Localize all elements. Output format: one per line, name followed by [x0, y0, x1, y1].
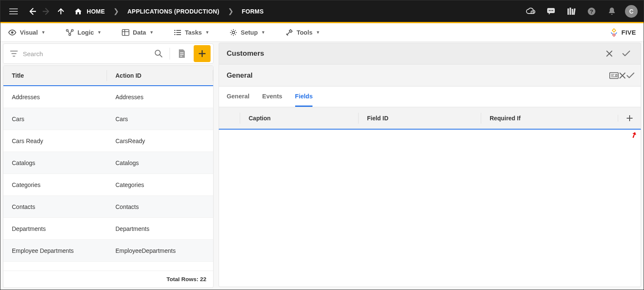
- menu-tools[interactable]: Tools▼: [285, 29, 320, 36]
- cell-action-id: Addresses: [107, 94, 213, 100]
- menu-logic[interactable]: Logic▼: [66, 29, 101, 36]
- form-preview-icon[interactable]: [609, 71, 619, 80]
- menu-data[interactable]: Data▼: [122, 29, 153, 36]
- footer-count: 22: [200, 276, 206, 282]
- menu-visual[interactable]: Visual▼: [8, 29, 45, 36]
- column-caption[interactable]: Caption: [240, 113, 359, 124]
- table-row[interactable]: ContactsContacts: [3, 196, 213, 218]
- menu-label: Visual: [20, 29, 38, 36]
- menu-label: Setup: [241, 29, 258, 36]
- avatar-initial: C: [629, 8, 633, 15]
- five-logo-icon: [609, 28, 619, 37]
- chevron-down-icon: ▼: [41, 30, 45, 35]
- table-row[interactable]: CategoriesCategories: [3, 174, 213, 196]
- column-field-id[interactable]: Field ID: [359, 113, 481, 124]
- svg-point-3: [551, 10, 551, 11]
- svg-point-17: [155, 50, 160, 55]
- detail-header-title: Customers: [227, 49, 601, 58]
- tab-general[interactable]: General: [227, 87, 249, 107]
- svg-point-4: [552, 10, 553, 11]
- hamburger-menu-icon[interactable]: [6, 4, 21, 19]
- add-field-button[interactable]: ➚: [618, 115, 641, 122]
- close-header-icon[interactable]: [601, 45, 618, 62]
- cell-action-id: EmployeeDepartments: [107, 247, 213, 254]
- tab-events[interactable]: Events: [262, 87, 282, 107]
- menu-setup[interactable]: Setup▼: [230, 29, 265, 36]
- breadcrumb-home[interactable]: HOME: [71, 8, 109, 15]
- breadcrumb-forms[interactable]: FORMS: [238, 8, 268, 15]
- table-row[interactable]: CarsCars: [3, 108, 213, 130]
- grid-footer: Total Rows: 22: [3, 271, 213, 287]
- table-row[interactable]: AddressesAddresses: [3, 86, 213, 108]
- svg-point-14: [69, 33, 71, 35]
- nav-up-icon[interactable]: [54, 4, 68, 19]
- close-sub-icon[interactable]: [619, 72, 626, 79]
- confirm-header-icon[interactable]: [618, 45, 635, 62]
- nav-back-icon[interactable]: [25, 4, 39, 19]
- confirm-sub-icon[interactable]: [626, 72, 635, 79]
- menu-label: Tasks: [185, 29, 202, 36]
- gear-icon: [230, 29, 237, 36]
- brand-logo: FIVE: [609, 28, 636, 37]
- logic-icon: [66, 29, 74, 36]
- cell-title: Categories: [3, 182, 107, 188]
- cell-action-id: CarsReady: [107, 138, 213, 144]
- svg-point-2: [549, 10, 550, 11]
- column-title[interactable]: Title: [3, 70, 107, 81]
- svg-text:?: ?: [590, 8, 593, 15]
- eye-icon: [8, 30, 16, 35]
- table-row[interactable]: CatalogsCatalogs: [3, 152, 213, 174]
- tools-icon: [285, 29, 293, 36]
- breadcrumb-applications[interactable]: APPLICATIONS (PRODUCTION): [123, 8, 224, 15]
- left-grid-header: Title Action ID: [3, 66, 213, 86]
- fields-grid-header: Caption Field ID Required If ➚: [219, 107, 641, 130]
- tab-fields[interactable]: Fields: [295, 87, 313, 107]
- cell-action-id: Departments: [107, 225, 213, 232]
- cell-action-id: Catalogs: [107, 160, 213, 166]
- help-icon[interactable]: ?: [584, 4, 599, 19]
- breadcrumb-label: FORMS: [242, 8, 264, 15]
- cell-action-id: Contacts: [107, 203, 213, 210]
- svg-rect-8: [573, 8, 575, 14]
- svg-rect-15: [122, 30, 129, 35]
- chevron-right-icon: ❯: [111, 7, 121, 15]
- menu-label: Tools: [296, 29, 312, 36]
- library-icon[interactable]: [564, 4, 578, 19]
- svg-rect-5: [567, 8, 569, 15]
- svg-point-11: [11, 31, 14, 34]
- cell-title: Contacts: [3, 203, 107, 210]
- cloud-sync-icon[interactable]: [523, 4, 538, 19]
- cell-title: Cars Ready: [3, 138, 107, 144]
- add-button[interactable]: [194, 45, 211, 62]
- column-required-if[interactable]: Required If: [481, 113, 618, 124]
- detail-sub-title: General: [227, 71, 609, 79]
- document-button[interactable]: [173, 45, 190, 62]
- nav-forward-icon: [39, 4, 54, 19]
- brand-text: FIVE: [621, 29, 636, 36]
- table-row[interactable]: Employee DepartmentsEmployeeDepartments: [3, 240, 213, 262]
- chevron-down-icon: ▼: [261, 30, 266, 35]
- chat-icon[interactable]: [544, 4, 558, 19]
- column-action-id[interactable]: Action ID: [107, 70, 213, 81]
- tasks-icon: [174, 29, 181, 36]
- filter-icon[interactable]: [10, 51, 18, 57]
- search-input[interactable]: [23, 50, 148, 57]
- breadcrumb-label: HOME: [87, 8, 105, 15]
- menu-tasks[interactable]: Tasks▼: [174, 29, 209, 36]
- menu-label: Logic: [77, 29, 94, 36]
- table-row[interactable]: Cars ReadyCarsReady: [3, 130, 213, 152]
- cell-title: Catalogs: [3, 160, 107, 166]
- chevron-right-icon: ❯: [225, 7, 236, 15]
- cell-action-id: Categories: [107, 182, 213, 188]
- user-avatar[interactable]: C: [625, 5, 638, 18]
- bell-icon[interactable]: [605, 4, 619, 19]
- menu-label: Data: [133, 29, 146, 36]
- cell-title: Departments: [3, 225, 107, 232]
- home-icon: [75, 8, 82, 14]
- cell-title: Addresses: [3, 94, 107, 100]
- search-icon[interactable]: [151, 49, 166, 58]
- table-row[interactable]: DepartmentsDepartments: [3, 218, 213, 240]
- breadcrumb-label: APPLICATIONS (PRODUCTION): [127, 8, 219, 15]
- chevron-down-icon: ▼: [316, 30, 320, 35]
- svg-rect-6: [570, 8, 571, 15]
